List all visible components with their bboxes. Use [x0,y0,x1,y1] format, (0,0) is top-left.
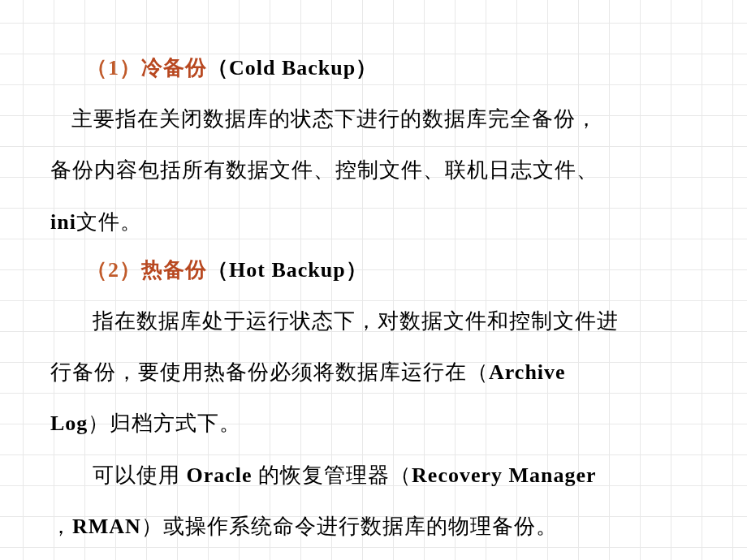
para-2b-line-1a: 可以使用 [93,463,187,487]
para-2a-line-1: 指在数据库处于运行状态下，对数据文件和控制文件进 [50,298,697,344]
section-number-1: （1） [86,56,141,80]
term-cold-backup-en: Cold Backup [229,56,356,80]
bracket-open-2: （ [207,258,229,282]
para-2b-line-2a: ， [50,515,72,538]
log-text: Log [50,411,88,435]
term-hot-backup-cn: 热备份 [141,258,207,282]
bracket-close-2: ） [346,258,368,282]
bracket-open-1: （ [207,56,229,80]
para-2b-line-2c: ）或操作系统命令进行数据库的物理备份。 [141,515,558,538]
document-content: （1）冷备份（Cold Backup） 主要指在关闭数据库的状态下进行的数据库完… [0,0,747,560]
oracle-text: Oracle [187,463,253,487]
term-cold-backup-cn: 冷备份 [141,56,207,80]
bracket-close-1: ） [356,56,378,80]
para-2b-line-2: ，RMAN）或操作系统命令进行数据库的物理备份。 [50,503,697,549]
para-2a-line-2: 行备份，要使用热备份必须将数据库运行在（Archive [50,349,697,395]
para-2a-line-3: Log）归档方式下。 [50,400,697,446]
para-1-line-1: 主要指在关闭数据库的状态下进行的数据库完全备份， [50,96,697,142]
recovery-manager-text: Recovery Manager [412,463,597,487]
section-number-2: （2） [86,258,141,282]
term-hot-backup-en: Hot Backup [229,258,346,282]
rman-text: RMAN [72,515,141,538]
para-1-line-3b: 文件。 [76,210,142,234]
para-2b-line-1c: 的恢复管理器（ [253,463,412,487]
para-2b-line-1: 可以使用 Oracle 的恢复管理器（Recovery Manager [50,452,697,498]
para-2a-line-2a: 行备份，要使用热备份必须将数据库运行在（ [50,360,489,384]
archive-text: Archive [489,360,566,384]
heading-2: （2）热备份（Hot Backup） [86,247,697,293]
para-2a-line-3b: ）归档方式下。 [88,411,241,435]
para-1-line-2: 备份内容包括所有数据文件、控制文件、联机日志文件、 [50,147,697,193]
heading-1: （1）冷备份（Cold Backup） [86,45,697,91]
ini-text: ini [50,210,76,234]
para-1-line-3: ini文件。 [50,199,697,245]
